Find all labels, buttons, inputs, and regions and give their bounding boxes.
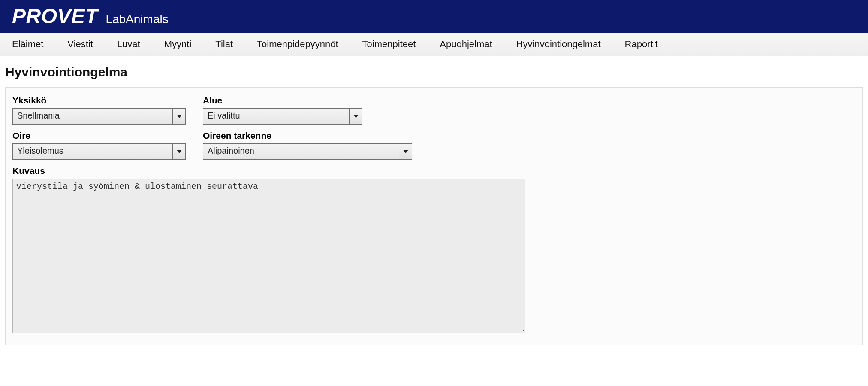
svg-marker-0	[177, 115, 182, 118]
menu-toimenpidepyynnot[interactable]: Toimenpidepyynnöt	[245, 33, 350, 56]
textarea-kuvaus[interactable]	[12, 179, 525, 333]
svg-marker-1	[353, 115, 359, 118]
svg-marker-2	[177, 150, 182, 153]
select-yksikko-button[interactable]	[172, 109, 185, 124]
chevron-down-icon	[177, 115, 182, 118]
menu-myynti[interactable]: Myynti	[152, 33, 204, 56]
label-tarkenne: Oireen tarkenne	[203, 131, 412, 141]
menu-viestit[interactable]: Viestit	[55, 33, 105, 56]
menu-apuohjelmat[interactable]: Apuohjelmat	[428, 33, 504, 56]
select-alue-value: Ei valittu	[203, 109, 349, 124]
menu-elaimet[interactable]: Eläimet	[0, 33, 55, 56]
menu-raportit[interactable]: Raportit	[613, 33, 670, 56]
brand-logo: PROVET	[12, 6, 98, 27]
menu-tilat[interactable]: Tilat	[203, 33, 245, 56]
label-yksikko: Yksikkö	[12, 95, 186, 106]
main-menubar: Eläimet Viestit Luvat Myynti Tilat Toime…	[0, 33, 868, 56]
select-yksikko[interactable]: Snellmania	[12, 108, 186, 125]
select-oire[interactable]: Yleisolemus	[12, 143, 186, 160]
select-yksikko-value: Snellmania	[13, 109, 172, 124]
select-alue-button[interactable]	[349, 109, 362, 124]
brand-subtitle: LabAnimals	[105, 12, 168, 26]
chevron-down-icon	[403, 150, 408, 153]
select-tarkenne[interactable]: Alipainoinen	[203, 143, 412, 160]
menu-hyvinvointiongelmat[interactable]: Hyvinvointiongelmat	[504, 33, 613, 56]
label-alue: Alue	[203, 95, 362, 106]
menu-luvat[interactable]: Luvat	[105, 33, 152, 56]
chevron-down-icon	[353, 115, 359, 118]
select-tarkenne-value: Alipainoinen	[203, 144, 399, 159]
label-kuvaus: Kuvaus	[12, 166, 856, 176]
menu-toimenpiteet[interactable]: Toimenpiteet	[350, 33, 428, 56]
form-panel: Yksikkö Snellmania Alue Ei valittu	[5, 87, 863, 345]
select-alue[interactable]: Ei valittu	[203, 108, 362, 125]
select-oire-button[interactable]	[172, 144, 185, 159]
app-header: PROVET LabAnimals	[0, 0, 868, 33]
svg-marker-3	[403, 150, 408, 153]
select-oire-value: Yleisolemus	[13, 144, 172, 159]
label-oire: Oire	[12, 131, 186, 141]
page-title: Hyvinvointiongelma	[0, 56, 868, 87]
chevron-down-icon	[177, 150, 182, 153]
select-tarkenne-button[interactable]	[399, 144, 412, 159]
